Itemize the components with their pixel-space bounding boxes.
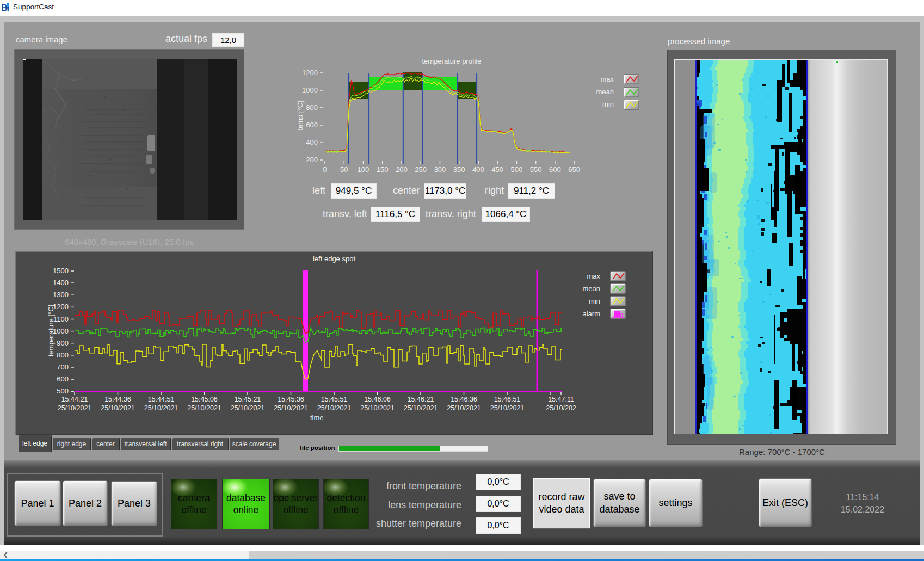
svg-text:25/10/2021: 25/10/2021 [187, 404, 221, 412]
svg-text:25/10/2021: 25/10/2021 [274, 404, 308, 412]
svg-text:15:44:36: 15:44:36 [104, 396, 131, 403]
svg-text:350: 350 [453, 165, 465, 174]
svg-text:1500: 1500 [53, 267, 69, 275]
svg-text:100: 100 [358, 165, 369, 174]
svg-text:15:46:51: 15:46:51 [494, 396, 521, 403]
svg-text:25/10/2021: 25/10/2021 [231, 404, 265, 412]
svg-text:15:45:21: 15:45:21 [235, 396, 261, 403]
svg-text:25/10/2021: 25/10/2021 [317, 404, 352, 412]
svg-text:0: 0 [323, 165, 327, 174]
svg-text:700: 700 [57, 363, 69, 371]
svg-text:250: 250 [415, 165, 427, 174]
svg-text:1000: 1000 [302, 86, 318, 94]
svg-text:25/10/2021: 25/10/2021 [360, 404, 395, 412]
svg-text:500: 500 [57, 387, 69, 395]
svg-text:150: 150 [377, 165, 389, 174]
svg-text:15:45:06: 15:45:06 [191, 396, 218, 403]
svg-text:800: 800 [306, 103, 318, 112]
svg-text:15:44:51: 15:44:51 [148, 396, 175, 403]
svg-text:25/10/2021: 25/10/2021 [101, 404, 135, 412]
svg-text:50: 50 [340, 165, 348, 174]
svg-text:550: 550 [530, 165, 542, 174]
svg-text:450: 450 [491, 165, 503, 174]
svg-text:500: 500 [511, 165, 523, 174]
svg-text:1300: 1300 [53, 291, 69, 299]
svg-text:400: 400 [306, 138, 318, 146]
svg-text:1200: 1200 [302, 69, 318, 77]
svg-text:600: 600 [306, 121, 318, 129]
svg-text:25/10/2021: 25/10/2021 [144, 404, 178, 412]
svg-text:15:46:36: 15:46:36 [451, 396, 477, 403]
svg-text:25/10/2021: 25/10/2021 [404, 404, 438, 412]
svg-text:1200: 1200 [53, 303, 69, 311]
svg-text:25/10/202: 25/10/202 [546, 404, 576, 412]
svg-text:900: 900 [57, 339, 69, 347]
svg-text:25/10/2021: 25/10/2021 [490, 404, 525, 412]
svg-text:15:46:06: 15:46:06 [364, 396, 391, 403]
svg-text:1400: 1400 [53, 279, 69, 287]
svg-text:200: 200 [306, 156, 318, 164]
svg-text:25/10/2021: 25/10/2021 [58, 404, 92, 412]
svg-text:600: 600 [57, 375, 69, 383]
svg-text:300: 300 [434, 165, 446, 174]
svg-text:25/10/2021: 25/10/2021 [447, 404, 481, 412]
svg-text:1000: 1000 [53, 327, 69, 335]
svg-text:15:44:21: 15:44:21 [61, 396, 88, 403]
svg-text:15:46:21: 15:46:21 [408, 396, 434, 403]
svg-text:400: 400 [472, 165, 484, 174]
svg-text:1100: 1100 [53, 315, 69, 323]
svg-text:200: 200 [396, 165, 408, 174]
svg-text:15:47:11: 15:47:11 [548, 396, 574, 403]
svg-text:650: 650 [568, 165, 580, 174]
svg-text:15:45:51: 15:45:51 [321, 396, 348, 403]
svg-text:800: 800 [57, 351, 69, 359]
svg-text:600: 600 [549, 165, 561, 174]
svg-text:15:45:36: 15:45:36 [278, 396, 304, 403]
